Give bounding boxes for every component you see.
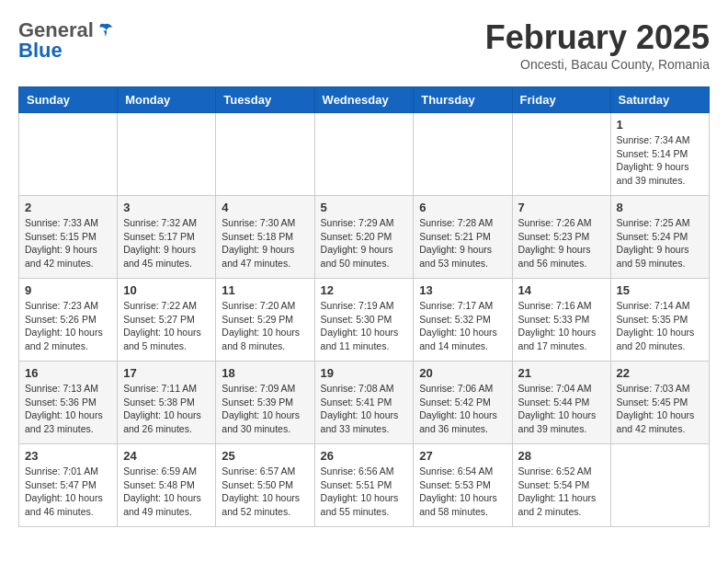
day-info: Sunrise: 7:22 AMSunset: 5:27 PMDaylight:… [123, 299, 210, 353]
day-info: Sunrise: 7:09 AMSunset: 5:39 PMDaylight:… [222, 382, 308, 436]
day-number: 27 [419, 449, 506, 463]
day-number: 15 [617, 283, 703, 297]
day-info: Sunrise: 7:20 AMSunset: 5:29 PMDaylight:… [222, 299, 308, 353]
day-number: 26 [321, 449, 408, 463]
column-header-friday: Friday [512, 87, 610, 113]
day-info: Sunrise: 6:56 AMSunset: 5:51 PMDaylight:… [321, 465, 408, 519]
calendar-cell: 23Sunrise: 7:01 AMSunset: 5:47 PMDayligh… [19, 444, 118, 527]
title-block: February 2025 Oncesti, Bacau County, Rom… [485, 18, 710, 72]
calendar-cell: 15Sunrise: 7:14 AMSunset: 5:35 PMDayligh… [610, 279, 709, 362]
day-number: 4 [222, 201, 308, 214]
calendar-header-row: SundayMondayTuesdayWednesdayThursdayFrid… [19, 87, 710, 113]
calendar-cell: 3Sunrise: 7:32 AMSunset: 5:17 PMDaylight… [118, 196, 216, 279]
day-info: Sunrise: 7:17 AMSunset: 5:32 PMDaylight:… [419, 299, 506, 353]
day-number: 2 [25, 201, 111, 214]
day-info: Sunrise: 7:28 AMSunset: 5:21 PMDaylight:… [419, 216, 506, 270]
day-number: 10 [123, 283, 210, 297]
logo: General Blue [18, 18, 114, 63]
calendar-cell: 17Sunrise: 7:11 AMSunset: 5:38 PMDayligh… [118, 362, 216, 444]
calendar-cell [216, 113, 314, 196]
calendar-cell: 24Sunrise: 6:59 AMSunset: 5:48 PMDayligh… [118, 444, 216, 527]
calendar-cell: 5Sunrise: 7:29 AMSunset: 5:20 PMDaylight… [314, 196, 414, 279]
calendar-cell [414, 113, 512, 196]
logo-bird-icon [96, 21, 114, 40]
calendar-week-row: 23Sunrise: 7:01 AMSunset: 5:47 PMDayligh… [19, 444, 710, 527]
calendar-cell: 4Sunrise: 7:30 AMSunset: 5:18 PMDaylight… [216, 196, 314, 279]
day-info: Sunrise: 7:34 AMSunset: 5:14 PMDaylight:… [617, 133, 703, 188]
day-number: 14 [518, 283, 605, 297]
day-info: Sunrise: 7:16 AMSunset: 5:33 PMDaylight:… [518, 299, 605, 353]
calendar-cell: 2Sunrise: 7:33 AMSunset: 5:15 PMDaylight… [19, 196, 118, 279]
day-number: 17 [123, 366, 210, 380]
calendar-cell: 10Sunrise: 7:22 AMSunset: 5:27 PMDayligh… [118, 279, 216, 362]
day-info: Sunrise: 7:33 AMSunset: 5:15 PMDaylight:… [25, 216, 111, 270]
day-number: 24 [123, 449, 210, 463]
calendar-cell [512, 113, 610, 196]
day-number: 11 [222, 283, 308, 297]
day-info: Sunrise: 7:06 AMSunset: 5:42 PMDaylight:… [419, 382, 506, 436]
calendar-cell [610, 444, 709, 527]
calendar-cell: 26Sunrise: 6:56 AMSunset: 5:51 PMDayligh… [314, 444, 414, 527]
day-info: Sunrise: 6:59 AMSunset: 5:48 PMDaylight:… [123, 465, 210, 519]
calendar-cell: 12Sunrise: 7:19 AMSunset: 5:30 PMDayligh… [314, 279, 414, 362]
logo-blue-text: Blue [18, 39, 63, 63]
day-info: Sunrise: 6:54 AMSunset: 5:53 PMDaylight:… [419, 465, 506, 519]
calendar-cell: 7Sunrise: 7:26 AMSunset: 5:23 PMDaylight… [512, 196, 610, 279]
day-number: 1 [617, 118, 703, 132]
calendar-cell: 13Sunrise: 7:17 AMSunset: 5:32 PMDayligh… [414, 279, 512, 362]
day-info: Sunrise: 6:57 AMSunset: 5:50 PMDaylight:… [222, 465, 308, 519]
day-number: 19 [321, 366, 408, 380]
calendar-cell: 14Sunrise: 7:16 AMSunset: 5:33 PMDayligh… [512, 279, 610, 362]
day-info: Sunrise: 7:14 AMSunset: 5:35 PMDaylight:… [617, 299, 703, 353]
day-number: 8 [617, 201, 703, 214]
column-header-sunday: Sunday [19, 87, 118, 113]
calendar-cell: 27Sunrise: 6:54 AMSunset: 5:53 PMDayligh… [414, 444, 512, 527]
day-info: Sunrise: 7:13 AMSunset: 5:36 PMDaylight:… [25, 382, 111, 436]
month-title: February 2025 [485, 18, 710, 57]
calendar-cell: 8Sunrise: 7:25 AMSunset: 5:24 PMDaylight… [610, 196, 709, 279]
day-number: 23 [25, 449, 111, 463]
day-info: Sunrise: 7:25 AMSunset: 5:24 PMDaylight:… [617, 216, 703, 270]
day-number: 9 [25, 283, 111, 297]
day-number: 25 [222, 449, 308, 463]
column-header-saturday: Saturday [610, 87, 709, 113]
day-info: Sunrise: 7:29 AMSunset: 5:20 PMDaylight:… [321, 216, 408, 270]
column-header-monday: Monday [118, 87, 216, 113]
day-info: Sunrise: 7:04 AMSunset: 5:44 PMDaylight:… [518, 382, 605, 436]
calendar-cell: 1Sunrise: 7:34 AMSunset: 5:14 PMDaylight… [610, 113, 709, 196]
day-number: 20 [419, 366, 506, 380]
day-number: 21 [518, 366, 605, 380]
day-info: Sunrise: 7:26 AMSunset: 5:23 PMDaylight:… [518, 216, 605, 270]
page-header: General Blue February 2025 Oncesti, Baca… [18, 18, 710, 72]
day-number: 12 [321, 283, 408, 297]
calendar-cell: 11Sunrise: 7:20 AMSunset: 5:29 PMDayligh… [216, 279, 314, 362]
calendar-cell [118, 113, 216, 196]
column-header-wednesday: Wednesday [314, 87, 414, 113]
calendar-table: SundayMondayTuesdayWednesdayThursdayFrid… [18, 86, 710, 527]
day-number: 28 [518, 449, 605, 463]
day-number: 16 [25, 366, 111, 380]
calendar-week-row: 1Sunrise: 7:34 AMSunset: 5:14 PMDaylight… [19, 113, 710, 196]
calendar-cell: 9Sunrise: 7:23 AMSunset: 5:26 PMDaylight… [19, 279, 118, 362]
calendar-cell: 22Sunrise: 7:03 AMSunset: 5:45 PMDayligh… [610, 362, 709, 444]
day-info: Sunrise: 7:08 AMSunset: 5:41 PMDaylight:… [321, 382, 408, 436]
day-info: Sunrise: 7:11 AMSunset: 5:38 PMDaylight:… [123, 382, 210, 436]
calendar-week-row: 16Sunrise: 7:13 AMSunset: 5:36 PMDayligh… [19, 362, 710, 444]
calendar-cell: 16Sunrise: 7:13 AMSunset: 5:36 PMDayligh… [19, 362, 118, 444]
day-number: 22 [617, 366, 703, 380]
day-info: Sunrise: 7:23 AMSunset: 5:26 PMDaylight:… [25, 299, 111, 353]
day-info: Sunrise: 7:30 AMSunset: 5:18 PMDaylight:… [222, 216, 308, 270]
calendar-cell: 20Sunrise: 7:06 AMSunset: 5:42 PMDayligh… [414, 362, 512, 444]
calendar-cell: 18Sunrise: 7:09 AMSunset: 5:39 PMDayligh… [216, 362, 314, 444]
calendar-cell [19, 113, 118, 196]
calendar-week-row: 2Sunrise: 7:33 AMSunset: 5:15 PMDaylight… [19, 196, 710, 279]
calendar-cell: 21Sunrise: 7:04 AMSunset: 5:44 PMDayligh… [512, 362, 610, 444]
day-number: 5 [321, 201, 408, 214]
calendar-cell: 25Sunrise: 6:57 AMSunset: 5:50 PMDayligh… [216, 444, 314, 527]
day-number: 18 [222, 366, 308, 380]
day-info: Sunrise: 7:19 AMSunset: 5:30 PMDaylight:… [321, 299, 408, 353]
day-number: 13 [419, 283, 506, 297]
calendar-cell: 19Sunrise: 7:08 AMSunset: 5:41 PMDayligh… [314, 362, 414, 444]
day-info: Sunrise: 7:03 AMSunset: 5:45 PMDaylight:… [617, 382, 703, 436]
column-header-thursday: Thursday [414, 87, 512, 113]
